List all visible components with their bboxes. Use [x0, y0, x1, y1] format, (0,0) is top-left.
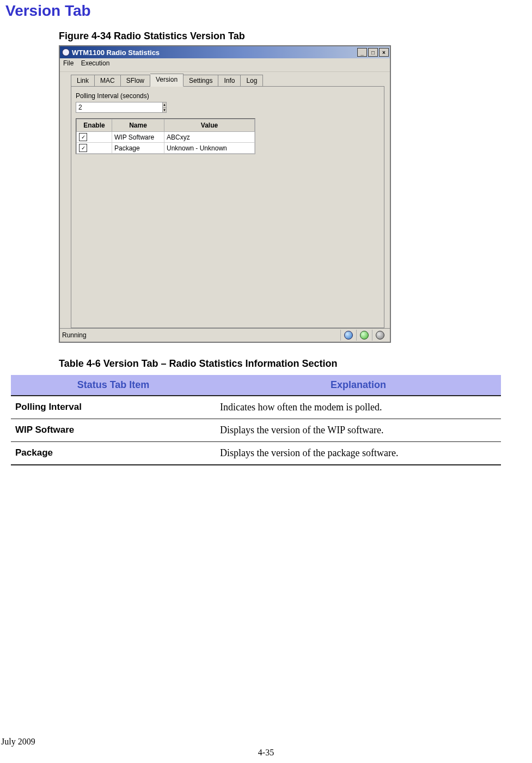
tab-log[interactable]: Log	[241, 75, 263, 86]
doc-explanation: Displays the version of the WIP software…	[216, 419, 501, 442]
cell-name: Package	[112, 143, 164, 154]
doc-item: WIP Software	[11, 419, 216, 442]
close-button[interactable]: ×	[379, 48, 389, 57]
version-datagrid: Enable Name Value ✓ WIP Software ABCxyz …	[76, 118, 255, 154]
table-row: Package Displays the version of the pack…	[11, 442, 501, 465]
doc-table-header-explanation: Explanation	[216, 375, 501, 396]
section-heading: Version Tab	[5, 2, 499, 20]
tab-mac[interactable]: MAC	[95, 75, 121, 86]
minimize-button[interactable]: _	[357, 48, 367, 57]
status-text: Running	[62, 331, 87, 339]
spinner-up-button[interactable]: ▲	[163, 102, 166, 107]
page-footer: July 2009 4-35	[0, 748, 532, 758]
table-row: WIP Software Displays the version of the…	[11, 419, 501, 442]
polling-interval-input[interactable]	[76, 102, 162, 113]
statusbar: Running	[60, 328, 390, 342]
doc-item: Polling Interval	[11, 396, 216, 419]
doc-item: Package	[11, 442, 216, 465]
cell-name: WIP Software	[112, 132, 164, 143]
enable-checkbox[interactable]: ✓	[79, 144, 87, 152]
cell-value: Unknown - Unknown	[164, 143, 255, 154]
status-indicator-grey-icon	[376, 331, 384, 340]
tab-panel-version: Polling Interval (seconds) ▲ ▼ Enable Na…	[71, 87, 384, 328]
polling-interval-spinner: ▲ ▼	[76, 102, 125, 113]
page-number: 4-35	[0, 748, 532, 758]
polling-interval-label: Polling Interval (seconds)	[76, 92, 380, 100]
status-indicator-green-icon	[360, 331, 369, 340]
col-header-enable[interactable]: Enable	[76, 119, 112, 132]
table-row: Polling Interval Indicates how often the…	[11, 396, 501, 419]
menu-file[interactable]: File	[63, 59, 74, 67]
table-caption: Table 4-6 Version Tab – Radio Statistics…	[59, 358, 499, 370]
window-title: WTM1100 Radio Statistics	[72, 49, 160, 57]
doc-explanation: Indicates how often the modem is polled.	[216, 396, 501, 419]
doc-explanation: Displays the version of the package soft…	[216, 442, 501, 465]
doc-table-header-item: Status Tab Item	[11, 375, 216, 396]
col-header-value[interactable]: Value	[164, 119, 255, 132]
maximize-button[interactable]: □	[368, 48, 378, 57]
tabstrip: Link MAC SFlow Version Settings Info Log	[71, 74, 384, 87]
footer-date: July 2009	[1, 737, 35, 747]
col-header-name[interactable]: Name	[112, 119, 164, 132]
table-row: ✓ Package Unknown - Unknown	[76, 143, 255, 154]
menu-execution[interactable]: Execution	[81, 59, 110, 67]
menubar: File Execution	[60, 58, 390, 72]
table-row: ✓ WIP Software ABCxyz	[76, 132, 255, 143]
tab-sflow[interactable]: SFlow	[121, 75, 150, 86]
enable-checkbox[interactable]: ✓	[79, 133, 87, 141]
tab-link[interactable]: Link	[71, 75, 95, 86]
spinner-down-button[interactable]: ▼	[163, 107, 166, 113]
titlebar: WTM1100 Radio Statistics _ □ ×	[60, 46, 390, 58]
spinner-buttons: ▲ ▼	[162, 102, 167, 113]
explanation-table: Status Tab Item Explanation Polling Inte…	[11, 375, 501, 465]
figure-caption: Figure 4-34 Radio Statistics Version Tab	[59, 31, 499, 42]
tab-settings[interactable]: Settings	[184, 75, 218, 86]
cell-value: ABCxyz	[164, 132, 255, 143]
tab-info[interactable]: Info	[218, 75, 241, 86]
app-icon	[62, 49, 70, 56]
status-indicator-blue-icon	[344, 331, 353, 340]
tab-version[interactable]: Version	[150, 74, 184, 87]
app-window: WTM1100 Radio Statistics _ □ × File Exec…	[59, 45, 391, 343]
